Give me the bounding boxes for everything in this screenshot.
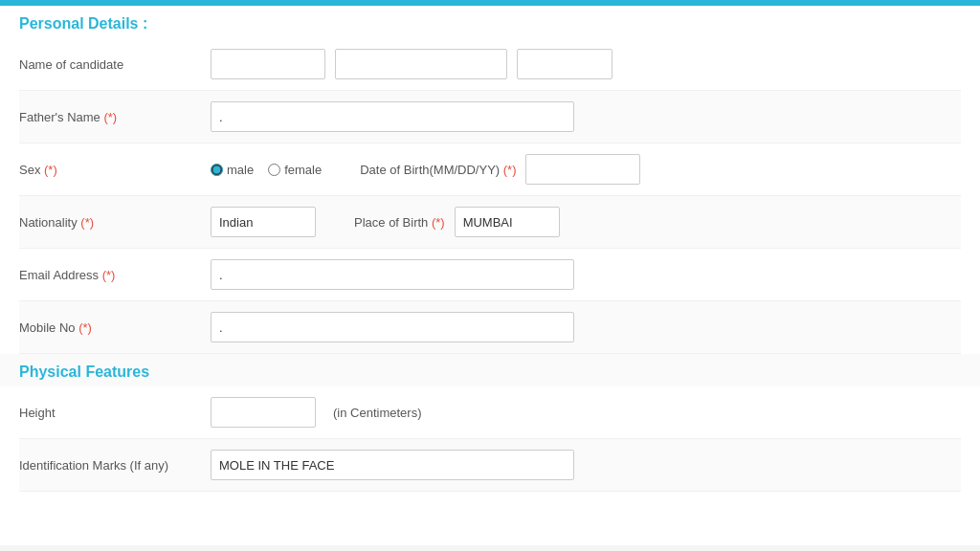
email-content bbox=[211, 259, 961, 290]
mobile-input[interactable] bbox=[211, 312, 574, 342]
height-unit-label: (in Centimeters) bbox=[333, 406, 421, 420]
height-label: Height bbox=[19, 406, 211, 420]
physical-features-header: Physical Features bbox=[0, 354, 980, 386]
email-input[interactable] bbox=[211, 259, 574, 290]
personal-details-header: Personal Details : bbox=[0, 6, 980, 38]
email-required: (*) bbox=[102, 268, 116, 282]
sex-content: male female Date of Birth(MM/DD/YY) (*) bbox=[211, 154, 961, 185]
dob-input[interactable] bbox=[525, 154, 640, 185]
mobile-required: (*) bbox=[78, 320, 92, 335]
page-container: Personal Details : Name of candidate Fat… bbox=[0, 0, 980, 545]
nationality-input[interactable] bbox=[211, 207, 316, 237]
nationality-label: Nationality (*) bbox=[19, 215, 211, 230]
fathers-name-row: Father's Name (*) bbox=[19, 91, 961, 143]
height-row: Height (in Centimeters) bbox=[19, 386, 961, 439]
fathers-name-content bbox=[211, 101, 961, 132]
nationality-required: (*) bbox=[80, 215, 94, 230]
place-of-birth-label: Place of Birth (*) bbox=[354, 215, 445, 230]
name-input-first[interactable] bbox=[211, 49, 325, 79]
ident-marks-row: Identification Marks (If any) bbox=[19, 439, 961, 492]
fathers-name-label: Father's Name (*) bbox=[19, 110, 211, 124]
mobile-label: Mobile No (*) bbox=[19, 320, 211, 335]
sex-row: Sex (*) male female Date of Birth(MM/DD/… bbox=[19, 143, 961, 196]
personal-details-section: Name of candidate Father's Name (*) Sex … bbox=[0, 38, 980, 354]
sex-radio-group: male female bbox=[211, 163, 322, 177]
sex-label: Sex (*) bbox=[19, 163, 211, 177]
ident-marks-label: Identification Marks (If any) bbox=[19, 458, 211, 473]
physical-features-section: Height (in Centimeters) Identification M… bbox=[0, 386, 980, 492]
dob-required: (*) bbox=[503, 163, 517, 177]
sex-male-label: male bbox=[227, 163, 254, 177]
place-of-birth-section: Place of Birth (*) bbox=[354, 207, 560, 237]
sex-female-radio[interactable] bbox=[268, 164, 280, 176]
fathers-name-required: (*) bbox=[103, 110, 117, 124]
name-row: Name of candidate bbox=[19, 38, 961, 91]
email-label: Email Address (*) bbox=[19, 268, 211, 282]
sex-female-label: female bbox=[284, 163, 322, 177]
dob-label: Date of Birth(MM/DD/YY) (*) bbox=[360, 163, 516, 177]
name-input-middle[interactable] bbox=[335, 49, 507, 79]
fathers-name-input[interactable] bbox=[211, 101, 574, 132]
place-of-birth-required: (*) bbox=[432, 215, 445, 230]
place-of-birth-input[interactable] bbox=[455, 207, 560, 237]
height-content: (in Centimeters) bbox=[211, 397, 961, 428]
nationality-content: Place of Birth (*) bbox=[211, 207, 961, 237]
sex-required: (*) bbox=[44, 163, 57, 177]
email-row: Email Address (*) bbox=[19, 249, 961, 301]
height-input[interactable] bbox=[211, 397, 316, 428]
nationality-row: Nationality (*) Place of Birth (*) bbox=[19, 196, 961, 249]
ident-marks-input[interactable] bbox=[211, 450, 574, 480]
mobile-row: Mobile No (*) bbox=[19, 301, 961, 354]
sex-male-radio[interactable] bbox=[211, 164, 223, 176]
sex-female-option[interactable]: female bbox=[268, 163, 322, 177]
name-label: Name of candidate bbox=[19, 57, 211, 72]
mobile-content bbox=[211, 312, 961, 342]
name-inputs bbox=[211, 49, 961, 79]
dob-section: Date of Birth(MM/DD/YY) (*) bbox=[360, 154, 640, 185]
name-input-last[interactable] bbox=[517, 49, 612, 79]
sex-male-option[interactable]: male bbox=[211, 163, 254, 177]
ident-marks-content bbox=[211, 450, 961, 480]
